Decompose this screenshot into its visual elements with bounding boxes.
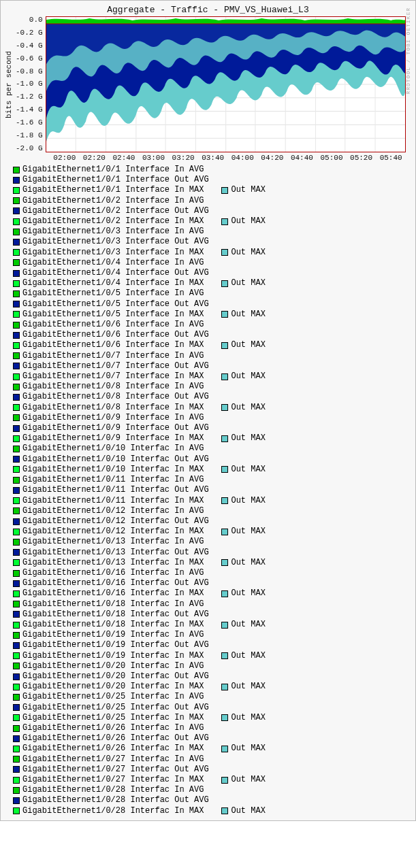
legend-label: GigabitEthernet1/0/10 Interfac Out AVG (22, 454, 209, 465)
legend-swatch (221, 714, 228, 721)
legend-swatch (13, 456, 20, 463)
legend-row: GigabitEthernet1/0/7 Interface Out AVG (13, 361, 411, 371)
legend-row: GigabitEthernet1/0/3 Interface In AVG (13, 227, 411, 237)
legend-label: GigabitEthernet1/0/19 Interfac In MAX (22, 651, 204, 661)
legend-row: GigabitEthernet1/0/2 Interface In MAXOut… (13, 216, 411, 227)
legend-row: GigabitEthernet1/0/7 Interface In AVG (13, 351, 411, 361)
legend-swatch (13, 363, 20, 369)
legend-label: GigabitEthernet1/0/25 Interfac In AVG (22, 692, 204, 702)
legend-swatch (13, 642, 20, 649)
legend-swatch (13, 435, 20, 442)
legend-swatch (13, 497, 20, 504)
legend-label: GigabitEthernet1/0/4 Interface In MAX (22, 278, 204, 288)
legend-label: GigabitEthernet1/0/20 Interfac Out AVG (22, 671, 209, 682)
legend-label: GigabitEthernet1/0/9 Interface Out AVG (22, 423, 209, 433)
legend-label: GigabitEthernet1/0/27 Interfac Out AVG (22, 765, 209, 775)
legend-swatch (13, 777, 20, 784)
y-tick: -2.0 G (16, 145, 43, 152)
legend-swatch (13, 301, 20, 307)
legend-label: Out MAX (231, 465, 265, 475)
legend-label: GigabitEthernet1/0/4 Interface Out AVG (22, 268, 209, 278)
y-tick: -1.2 G (16, 93, 43, 101)
legend-swatch (13, 322, 20, 329)
y-tick: -1.8 G (16, 132, 43, 139)
legend-swatch (13, 559, 20, 566)
legend-row: GigabitEthernet1/0/12 Interfac In MAXOut… (13, 527, 411, 537)
legend-label: GigabitEthernet1/0/9 Interface In AVG (22, 413, 204, 423)
legend-row: GigabitEthernet1/0/5 Interface In AVG (13, 288, 411, 299)
legend-swatch (13, 787, 20, 794)
legend-label: GigabitEthernet1/0/13 Interfac In MAX (22, 558, 204, 568)
legend-row: GigabitEthernet1/0/16 Interfac In MAXOut… (13, 588, 411, 599)
legend-swatch (13, 601, 20, 607)
legend-row: GigabitEthernet1/0/27 Interfac In MAXOut… (13, 775, 411, 785)
legend-row: GigabitEthernet1/0/2 Interface In AVG (13, 196, 411, 206)
legend-swatch (13, 766, 20, 773)
legend-row: GigabitEthernet1/0/4 Interface In MAXOut… (13, 278, 411, 288)
legend-swatch (221, 497, 228, 504)
x-tick: 04:40 (287, 154, 317, 162)
plot-canvas (46, 16, 406, 152)
legend-row: GigabitEthernet1/0/4 Interface Out AVG (13, 268, 411, 278)
legend-row: GigabitEthernet1/0/19 Interfac Out AVG (13, 640, 411, 650)
legend-swatch (13, 352, 20, 359)
legend-label: GigabitEthernet1/0/25 Interfac In MAX (22, 713, 204, 723)
legend-label: GigabitEthernet1/0/3 Interface In MAX (22, 248, 204, 258)
legend-row: GigabitEthernet1/0/18 Interfac In AVG (13, 599, 411, 610)
legend-swatch (13, 663, 20, 669)
x-tick: 04:20 (257, 154, 287, 162)
x-tick: 04:00 (227, 154, 257, 162)
x-tick: 05:40 (376, 154, 406, 162)
legend-swatch (13, 746, 20, 752)
legend-row: GigabitEthernet1/0/26 Interfac In AVG (13, 723, 411, 733)
legend-swatch (13, 725, 20, 732)
legend-label: GigabitEthernet1/0/13 Interfac In AVG (22, 537, 204, 547)
legend-label: GigabitEthernet1/0/11 Interfac In MAX (22, 496, 204, 506)
legend-row: GigabitEthernet1/0/13 Interfac In AVG (13, 537, 411, 547)
legend-swatch (13, 652, 20, 659)
legend-swatch (13, 414, 20, 421)
legend-label: GigabitEthernet1/0/16 Interfac In AVG (22, 568, 204, 578)
legend-label: GigabitEthernet1/0/9 Interface In MAX (22, 433, 204, 444)
legend-row: GigabitEthernet1/0/8 Interface In MAXOut… (13, 403, 411, 413)
legend-swatch (13, 797, 20, 804)
legend-swatch (13, 425, 20, 432)
legend-swatch (13, 229, 20, 235)
legend-label: Out MAX (231, 744, 265, 754)
legend-swatch (13, 735, 20, 742)
legend-swatch (13, 714, 20, 721)
legend-row: GigabitEthernet1/0/18 Interfac Out AVG (13, 610, 411, 620)
legend-label: Out MAX (231, 527, 265, 537)
x-tick: 03:20 (168, 154, 198, 162)
y-tick: -1.6 G (16, 119, 43, 127)
legend-label: Out MAX (231, 496, 265, 506)
legend-swatch (221, 280, 228, 287)
legend-label: Out MAX (231, 248, 265, 258)
legend-swatch (221, 187, 228, 194)
legend-swatch (13, 807, 20, 814)
legend-swatch (13, 404, 20, 411)
legend-swatch (13, 187, 20, 194)
legend-swatch (13, 249, 20, 256)
legend-swatch (221, 684, 228, 690)
legend-swatch (221, 466, 228, 473)
legend-row: GigabitEthernet1/0/6 Interface Out AVG (13, 330, 411, 340)
legend-swatch (13, 529, 20, 535)
legend-label: GigabitEthernet1/0/12 Interfac Out AVG (22, 516, 209, 527)
y-tick: -0.4 G (16, 42, 43, 50)
legend-swatch (13, 207, 20, 214)
legend-swatch (221, 249, 228, 256)
legend-label: GigabitEthernet1/0/6 Interface In AVG (22, 320, 204, 330)
legend-row: GigabitEthernet1/0/1 Interface In MAXOut… (13, 185, 411, 195)
chart-area: bits per second 0.0-0.2 G-0.4 G-0.6 G-0.… (1, 16, 415, 152)
legend-label: GigabitEthernet1/0/12 Interfac In MAX (22, 527, 204, 537)
x-tick: 03:40 (198, 154, 228, 162)
legend-row: GigabitEthernet1/0/27 Interfac In AVG (13, 754, 411, 765)
legend-row: GigabitEthernet1/0/25 Interfac Out AVG (13, 703, 411, 713)
legend-label: GigabitEthernet1/0/8 Interface In AVG (22, 382, 204, 392)
legend-label: GigabitEthernet1/0/8 Interface In MAX (22, 403, 204, 413)
legend-row: GigabitEthernet1/0/8 Interface Out AVG (13, 392, 411, 402)
y-axis-ticks: 0.0-0.2 G-0.4 G-0.6 G-0.8 G-1.0 G-1.2 G-… (14, 16, 46, 152)
legend-label: Out MAX (231, 713, 265, 723)
legend-label: Out MAX (231, 278, 265, 288)
